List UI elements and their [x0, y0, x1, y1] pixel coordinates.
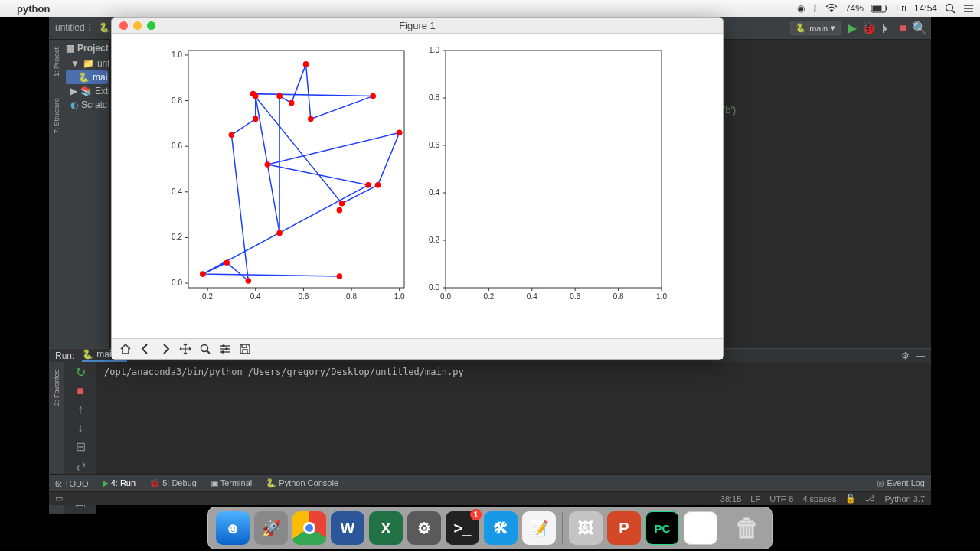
- project-tree[interactable]: ▦Project ▼📁untitle 🐍mai ▶📚Extern ◐Scratc: [64, 40, 110, 348]
- svg-point-45: [339, 201, 345, 207]
- svg-point-32: [200, 272, 206, 278]
- svg-point-77: [201, 345, 208, 352]
- svg-point-38: [276, 230, 283, 236]
- dock-trash-icon[interactable]: 🗑: [730, 511, 764, 545]
- menu-icon[interactable]: [963, 4, 974, 13]
- dock-terminal-icon[interactable]: >_1: [446, 511, 479, 545]
- status-readonly-icon[interactable]: 🔓: [845, 494, 856, 504]
- svg-point-40: [289, 100, 295, 106]
- configure-subplots-icon[interactable]: [216, 340, 234, 358]
- recording-icon[interactable]: ◉: [797, 3, 805, 14]
- battery-pct: 74%: [845, 3, 864, 14]
- softwrap-icon[interactable]: ⇄: [76, 458, 86, 473]
- rail-project[interactable]: 1: Project: [53, 44, 60, 80]
- dock-pycharm-icon[interactable]: PC: [645, 511, 679, 545]
- rerun-icon[interactable]: ↻: [76, 365, 86, 380]
- status-interpreter[interactable]: Python 3.7: [884, 494, 925, 504]
- svg-point-35: [229, 132, 235, 139]
- dock-chrome-icon[interactable]: [292, 511, 326, 545]
- tab-python-console[interactable]: 🐍 Python Console: [266, 478, 338, 488]
- battery-icon[interactable]: [871, 5, 888, 13]
- run-label: Run:: [55, 350, 74, 361]
- dock-excel-icon[interactable]: X: [369, 511, 403, 545]
- figure-toolbar: [112, 338, 723, 359]
- svg-text:0.4: 0.4: [527, 292, 537, 301]
- tab-todo[interactable]: 6: TODO: [55, 479, 89, 488]
- home-icon[interactable]: [116, 340, 135, 358]
- svg-point-4: [946, 5, 953, 11]
- svg-point-49: [365, 182, 371, 188]
- zoom-icon[interactable]: [196, 340, 214, 358]
- rail-favorites[interactable]: 2: Favorites: [53, 367, 60, 409]
- up-icon[interactable]: ↑: [77, 403, 83, 416]
- library-icon: 📚: [80, 86, 92, 96]
- matplotlib-figure-window: Figure 1 0.20.40.60.81.00.00.20.40.60.81…: [111, 17, 724, 360]
- wifi-icon[interactable]: [825, 4, 838, 13]
- settings-icon[interactable]: ⚙: [901, 350, 910, 361]
- pan-icon[interactable]: [176, 340, 194, 358]
- menubar-time[interactable]: 14:54: [914, 3, 937, 14]
- dock-settings-icon[interactable]: ⚙: [407, 511, 441, 545]
- menubar-day[interactable]: Fri: [896, 3, 906, 14]
- svg-point-46: [375, 182, 381, 188]
- status-encoding[interactable]: UTF-8: [769, 494, 793, 504]
- menubar-app[interactable]: python: [17, 3, 50, 15]
- forward-icon[interactable]: [156, 340, 175, 358]
- back-icon[interactable]: [136, 340, 155, 358]
- status-hint-icon[interactable]: ▭: [55, 494, 63, 504]
- dock-word-icon[interactable]: W: [331, 511, 364, 545]
- svg-point-43: [370, 93, 376, 99]
- dock-preview-icon[interactable]: 🖼: [569, 511, 603, 545]
- svg-text:0.6: 0.6: [429, 141, 439, 149]
- dock-xcode-icon[interactable]: 🛠: [484, 511, 518, 545]
- minimize-icon[interactable]: —: [916, 350, 925, 361]
- dock-powerpoint-icon[interactable]: P: [607, 511, 641, 545]
- figure-title: Figure 1: [112, 20, 723, 31]
- svg-point-41: [303, 61, 309, 67]
- bluetooth-icon[interactable]: ᛒ: [812, 3, 818, 14]
- status-indent[interactable]: 4 spaces: [802, 494, 836, 504]
- coverage-button[interactable]: ⏵: [880, 23, 891, 34]
- dock-file-icon[interactable]: [684, 511, 717, 545]
- run-tool-window: Run: 🐍main× ⚙ — 2: Favorites ↻ ■ ↑ ↓ ⊟ ⇄: [49, 348, 931, 474]
- macos-dock: ☻ 🚀 W X ⚙ >_1 🛠 📝 🖼 P PC 🗑: [207, 507, 773, 549]
- search-everywhere-icon[interactable]: 🔍: [914, 23, 925, 34]
- rail-structure[interactable]: 7: Structure: [53, 95, 60, 137]
- svg-text:0.2: 0.2: [429, 236, 439, 244]
- python-file-icon: 🐍: [78, 72, 90, 83]
- tab-debug[interactable]: 🐞 5: Debug: [149, 478, 197, 488]
- run-button[interactable]: ▶: [847, 23, 858, 34]
- svg-text:0.6: 0.6: [298, 292, 309, 301]
- figure-canvas[interactable]: 0.20.40.60.81.00.00.20.40.60.81.00.00.20…: [112, 34, 723, 338]
- svg-text:0.2: 0.2: [202, 292, 213, 301]
- svg-text:1.0: 1.0: [429, 46, 439, 54]
- tab-event-log[interactable]: ◎ Event Log: [877, 478, 925, 488]
- svg-text:1.0: 1.0: [172, 51, 182, 59]
- down-icon[interactable]: ↓: [77, 421, 83, 435]
- svg-point-0: [831, 11, 832, 12]
- dock-textedit-icon[interactable]: 📝: [522, 511, 556, 545]
- dock-launchpad-icon[interactable]: 🚀: [254, 511, 288, 545]
- stop-icon[interactable]: ■: [77, 384, 84, 398]
- tab-terminal[interactable]: ▣ Terminal: [211, 478, 252, 488]
- svg-rect-3: [886, 7, 887, 10]
- status-git-icon[interactable]: ⎇: [865, 494, 875, 504]
- spotlight-icon[interactable]: [945, 3, 956, 14]
- terminal-badge: 1: [470, 509, 482, 520]
- tab-run[interactable]: ▶ 4: Run: [103, 478, 136, 488]
- stop-button[interactable]: ■: [897, 23, 908, 34]
- folder-icon: ▦: [66, 43, 74, 54]
- svg-point-44: [250, 91, 256, 97]
- svg-text:0.6: 0.6: [172, 142, 182, 151]
- scratches-icon: ◐: [70, 99, 78, 110]
- layout-icon[interactable]: ⊟: [76, 439, 86, 454]
- breadcrumb-project[interactable]: untitled: [55, 22, 85, 33]
- run-config-select[interactable]: 🐍main▾: [790, 21, 841, 35]
- svg-text:0.0: 0.0: [440, 292, 451, 301]
- dock-finder-icon[interactable]: ☻: [216, 511, 250, 545]
- figure-titlebar: Figure 1: [112, 18, 723, 34]
- debug-button[interactable]: 🐞: [864, 23, 874, 34]
- save-icon[interactable]: [236, 340, 254, 358]
- status-line-ending[interactable]: LF: [750, 494, 760, 504]
- status-position[interactable]: 38:15: [720, 494, 742, 504]
